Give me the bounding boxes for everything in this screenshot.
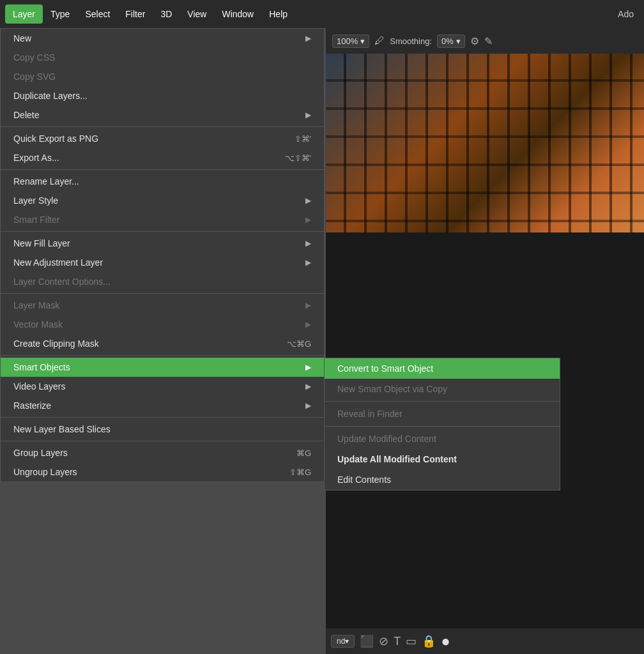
- menu-item-new-fill-layer-arrow: ▶: [305, 239, 311, 248]
- menu-item-new-adjustment-layer[interactable]: New Adjustment Layer ▶: [1, 253, 324, 272]
- menu-item-smart-filter-arrow: ▶: [305, 215, 311, 224]
- menu-item-delete-label: Delete: [13, 110, 39, 120]
- dot-icon: ●: [441, 632, 450, 650]
- zoom-chevron-icon: ▾: [360, 36, 365, 46]
- menu-item-create-clipping-mask-label: Create Clipping Mask: [13, 338, 99, 349]
- menu-item-ungroup-layers-shortcut: ⇧⌘G: [289, 468, 311, 477]
- smoothing-value: 0%: [441, 36, 454, 46]
- menu-item-rasterize-label: Rasterize: [13, 400, 51, 411]
- menu-item-delete[interactable]: Delete ▶: [1, 105, 324, 125]
- menu-item-layer-style-label: Layer Style: [13, 195, 58, 206]
- menu-item-group-layers-shortcut: ⌘G: [296, 448, 311, 458]
- smoothing-label: Smoothing:: [390, 36, 432, 46]
- zoom-dropdown[interactable]: 100% ▾: [332, 34, 369, 48]
- separator-6: [1, 417, 324, 418]
- menu-item-layer-mask-arrow: ▶: [305, 301, 311, 310]
- submenu-item-new-via-copy-label: New Smart Object via Copy: [337, 384, 447, 394]
- menu-window[interactable]: Window: [214, 4, 261, 24]
- menu-help[interactable]: Help: [261, 4, 295, 24]
- menu-item-new[interactable]: New ▶: [1, 29, 324, 48]
- menu-item-new-adjustment-layer-arrow: ▶: [305, 258, 311, 267]
- submenu-item-new-via-copy: New Smart Object via Copy: [325, 379, 560, 399]
- menu-item-new-fill-layer-label: New Fill Layer: [13, 238, 70, 248]
- menu-bar: Layer Type Select Filter 3D View Window …: [0, 0, 644, 28]
- menu-item-rasterize-arrow: ▶: [305, 401, 311, 410]
- settings-icon[interactable]: ⚙: [470, 35, 479, 47]
- menu-type[interactable]: Type: [43, 4, 77, 24]
- layer-menu: New ▶ Copy CSS Copy SVG Duplicate Layers…: [0, 28, 325, 482]
- menu-select[interactable]: Select: [77, 4, 118, 24]
- menu-item-layer-style-arrow: ▶: [305, 196, 311, 205]
- circle-icon[interactable]: ⊘: [379, 634, 388, 648]
- menu-item-ungroup-layers-label: Ungroup Layers: [13, 467, 77, 477]
- menu-item-ungroup-layers[interactable]: Ungroup Layers ⇧⌘G: [1, 462, 324, 482]
- menu-item-create-clipping-mask-shortcut: ⌥⌘G: [287, 339, 311, 349]
- menu-item-quick-export[interactable]: Quick Export as PNG ⇧⌘': [1, 129, 324, 148]
- submenu-item-edit-contents[interactable]: Edit Contents: [325, 469, 560, 490]
- menu-layer[interactable]: Layer: [5, 4, 43, 24]
- menu-item-layer-content-options: Layer Content Options...: [1, 272, 324, 291]
- submenu-item-reveal-in-finder: Reveal in Finder: [325, 404, 560, 424]
- submenu-item-update-all-modified-label: Update All Modified Content: [337, 454, 457, 464]
- menu-item-group-layers[interactable]: Group Layers ⌘G: [1, 443, 324, 462]
- separator-7: [1, 441, 324, 441]
- smoothing-dropdown[interactable]: 0% ▾: [437, 34, 465, 48]
- menu-filter[interactable]: Filter: [118, 4, 153, 24]
- menu-item-duplicate-layers[interactable]: Duplicate Layers...: [1, 86, 324, 105]
- smoothing-chevron-icon: ▾: [456, 36, 461, 46]
- toolbar: 100% ▾ 🖊 Smoothing: 0% ▾ ⚙ ✎: [326, 28, 644, 54]
- menu-item-export-as-shortcut: ⌥⇧⌘': [285, 153, 311, 163]
- menu-item-vector-mask: Vector Mask ▶: [1, 315, 324, 334]
- submenu-item-convert[interactable]: Convert to Smart Object: [325, 358, 560, 379]
- menu-item-create-clipping-mask[interactable]: Create Clipping Mask ⌥⌘G: [1, 334, 324, 353]
- menu-item-rename-layer-label: Rename Layer...: [13, 176, 79, 186]
- menu-item-layer-style[interactable]: Layer Style ▶: [1, 191, 324, 210]
- smart-objects-container: Smart Objects ▶ Convert to Smart Object …: [1, 358, 324, 377]
- menu-item-video-layers-label: Video Layers: [13, 381, 65, 392]
- menu-item-group-layers-label: Group Layers: [13, 448, 68, 458]
- menu-view[interactable]: View: [180, 4, 214, 24]
- separator-1: [1, 126, 324, 127]
- submenu-item-reveal-in-finder-label: Reveal in Finder: [337, 409, 402, 419]
- layers-toolbar: nd▾ ⬛ ⊘ T ▭ 🔒 ●: [326, 628, 644, 654]
- menu-item-layer-content-options-label: Layer Content Options...: [13, 277, 111, 287]
- menu-item-smart-filter: Smart Filter ▶: [1, 210, 324, 229]
- text-layer-icon[interactable]: T: [394, 635, 401, 648]
- image-layer-icon[interactable]: ⬛: [360, 634, 374, 648]
- blend-mode-dropdown[interactable]: nd▾: [331, 635, 355, 648]
- menu-item-smart-objects-label: Smart Objects: [13, 362, 70, 372]
- submenu-item-edit-contents-label: Edit Contents: [337, 475, 391, 485]
- menu-item-new-layer-based-slices[interactable]: New Layer Based Slices: [1, 420, 324, 439]
- submenu-item-update-modified-label: Update Modified Content: [337, 434, 436, 444]
- brush-angle-icon: ✎: [484, 35, 493, 47]
- menu-item-copy-css-label: Copy CSS: [13, 52, 55, 63]
- menu-item-new-fill-layer[interactable]: New Fill Layer ▶: [1, 234, 324, 253]
- submenu-item-update-all-modified[interactable]: Update All Modified Content: [325, 449, 560, 469]
- menu-item-vector-mask-arrow: ▶: [305, 320, 311, 329]
- menu-item-new-adjustment-layer-label: New Adjustment Layer: [13, 257, 103, 268]
- menu-item-copy-svg: Copy SVG: [1, 67, 324, 86]
- menu-3d[interactable]: 3D: [153, 4, 180, 24]
- submenu-separator-2: [325, 426, 560, 427]
- smart-objects-submenu: Convert to Smart Object New Smart Object…: [324, 358, 560, 490]
- adjustment-layer-icon[interactable]: 🔒: [422, 634, 436, 648]
- submenu-item-convert-label: Convert to Smart Object: [337, 363, 433, 374]
- zoom-value: 100%: [337, 36, 358, 46]
- menu-item-export-as[interactable]: Export As... ⌥⇧⌘': [1, 148, 324, 167]
- menu-item-rename-layer[interactable]: Rename Layer...: [1, 172, 324, 191]
- menu-item-export-as-label: Export As...: [13, 153, 59, 163]
- menu-item-video-layers-arrow: ▶: [305, 382, 311, 391]
- menu-item-quick-export-shortcut: ⇧⌘': [295, 134, 311, 144]
- menu-item-layer-mask: Layer Mask ▶: [1, 296, 324, 315]
- menu-item-vector-mask-label: Vector Mask: [13, 319, 63, 330]
- menu-item-layer-mask-label: Layer Mask: [13, 300, 59, 310]
- shape-layer-icon[interactable]: ▭: [406, 634, 417, 648]
- separator-5: [1, 355, 324, 356]
- menu-item-rasterize[interactable]: Rasterize ▶: [1, 396, 324, 415]
- menu-item-duplicate-layers-label: Duplicate Layers...: [13, 91, 88, 101]
- menu-item-video-layers[interactable]: Video Layers ▶: [1, 377, 324, 396]
- brush-pressure-icon: 🖊: [374, 35, 385, 47]
- submenu-item-update-modified: Update Modified Content: [325, 429, 560, 449]
- blend-mode-value: nd: [337, 637, 345, 646]
- menu-item-smart-objects[interactable]: Smart Objects ▶: [1, 358, 324, 377]
